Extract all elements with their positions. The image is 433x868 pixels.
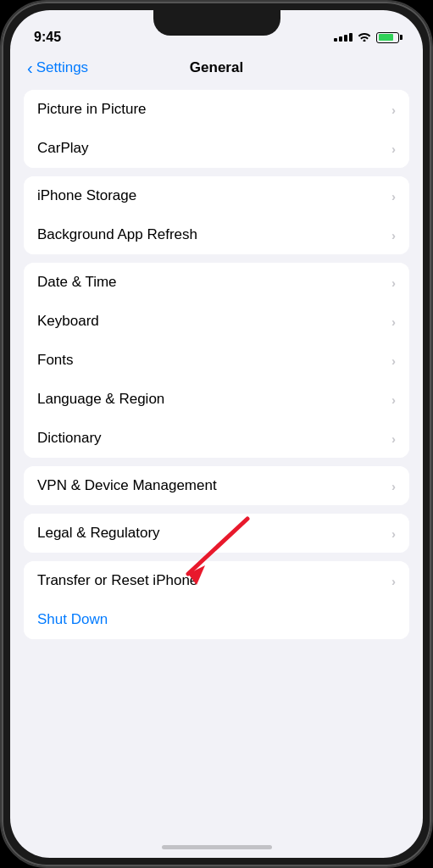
- settings-row-fonts[interactable]: Fonts ›: [24, 341, 409, 380]
- transfer-reset-label: Transfer or Reset iPhone: [37, 572, 197, 589]
- picture-in-picture-label: Picture in Picture: [37, 101, 147, 118]
- settings-group-4: VPN & Device Management ›: [24, 466, 409, 505]
- back-label: Settings: [36, 59, 88, 76]
- background-app-refresh-label: Background App Refresh: [37, 226, 197, 243]
- battery-icon: [376, 32, 399, 43]
- wifi-icon: [358, 31, 371, 44]
- settings-group-6: Transfer or Reset iPhone › Shut Down: [24, 561, 409, 639]
- chevron-right-icon: ›: [391, 275, 396, 290]
- settings-group-5: Legal & Regulatory ›: [24, 514, 409, 553]
- settings-row-legal[interactable]: Legal & Regulatory ›: [24, 514, 409, 553]
- home-indicator: [162, 845, 272, 849]
- vpn-label: VPN & Device Management: [37, 477, 217, 494]
- volume-down-button: [0, 239, 2, 294]
- back-button[interactable]: ‹ Settings: [27, 59, 88, 76]
- settings-group-1: Picture in Picture › CarPlay ›: [24, 90, 409, 168]
- chevron-right-icon: ›: [391, 142, 396, 156]
- settings-row-dictionary[interactable]: Dictionary ›: [24, 419, 409, 458]
- status-time: 9:45: [34, 30, 61, 45]
- settings-row-picture-in-picture[interactable]: Picture in Picture ›: [24, 90, 409, 129]
- settings-row-background-app-refresh[interactable]: Background App Refresh ›: [24, 215, 409, 254]
- settings-row-iphone-storage[interactable]: iPhone Storage ›: [24, 176, 409, 215]
- settings-row-keyboard[interactable]: Keyboard ›: [24, 302, 409, 341]
- mute-button: [0, 129, 2, 159]
- signal-icon: [334, 33, 353, 42]
- shut-down-label: Shut Down: [37, 611, 108, 628]
- chevron-right-icon: ›: [391, 526, 396, 541]
- phone-screen: 9:45: [10, 10, 423, 858]
- settings-row-carplay[interactable]: CarPlay ›: [24, 129, 409, 168]
- notch: [153, 10, 280, 36]
- carplay-label: CarPlay: [37, 140, 88, 157]
- chevron-right-icon: ›: [391, 228, 396, 242]
- chevron-right-icon: ›: [391, 479, 396, 493]
- page-title: General: [190, 59, 243, 76]
- language-region-label: Language & Region: [37, 391, 164, 408]
- keyboard-label: Keyboard: [37, 313, 99, 330]
- fonts-label: Fonts: [37, 352, 74, 369]
- chevron-right-icon: ›: [391, 314, 396, 329]
- back-chevron-icon: ‹: [27, 59, 33, 76]
- nav-bar: ‹ Settings General: [10, 53, 423, 85]
- status-icons: [334, 31, 399, 44]
- volume-up-button: [0, 171, 2, 226]
- chevron-right-icon: ›: [391, 392, 396, 407]
- settings-group-2: iPhone Storage › Background App Refresh …: [24, 176, 409, 254]
- content-area: Picture in Picture › CarPlay › iPhone St…: [10, 85, 423, 858]
- phone-frame: 9:45: [0, 0, 433, 868]
- legal-label: Legal & Regulatory: [37, 525, 160, 542]
- chevron-right-icon: ›: [391, 431, 396, 446]
- iphone-storage-label: iPhone Storage: [37, 187, 136, 204]
- settings-group-3: Date & Time › Keyboard › Fonts › Languag…: [24, 263, 409, 458]
- page-wrapper: 9:45: [10, 10, 423, 858]
- dictionary-label: Dictionary: [37, 430, 102, 447]
- chevron-right-icon: ›: [391, 353, 396, 368]
- date-time-label: Date & Time: [37, 274, 117, 291]
- chevron-right-icon: ›: [391, 574, 396, 588]
- chevron-right-icon: ›: [391, 103, 396, 117]
- settings-row-vpn[interactable]: VPN & Device Management ›: [24, 466, 409, 505]
- chevron-right-icon: ›: [391, 189, 396, 203]
- settings-row-language-region[interactable]: Language & Region ›: [24, 380, 409, 419]
- settings-row-transfer-reset[interactable]: Transfer or Reset iPhone ›: [24, 561, 409, 600]
- group6-wrapper: Transfer or Reset iPhone › Shut Down: [10, 561, 423, 639]
- settings-row-shut-down[interactable]: Shut Down: [24, 600, 409, 639]
- settings-row-date-time[interactable]: Date & Time ›: [24, 263, 409, 302]
